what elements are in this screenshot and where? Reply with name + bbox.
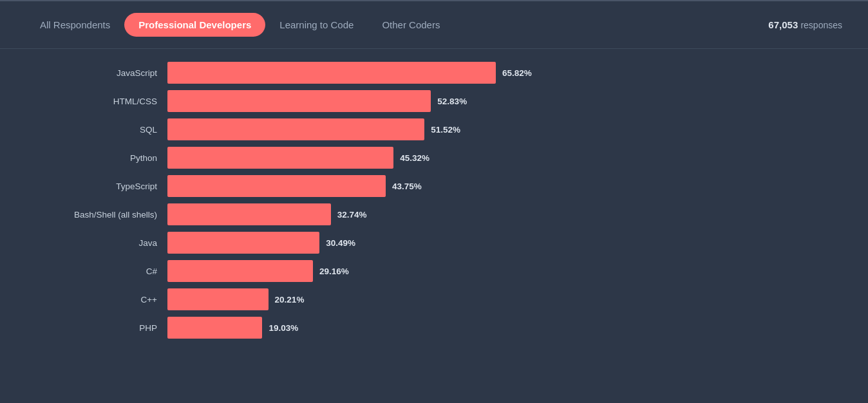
bar-label: TypeScript [26,182,167,191]
bar-value: 52.83% [437,97,467,106]
bar-row: C#29.16% [26,260,842,282]
bar-label: C# [26,267,167,276]
bar-track: 45.32% [167,147,747,169]
responses-label: responses [800,20,842,30]
bar-row: JavaScript65.82% [26,62,842,84]
bar-fill [167,232,319,254]
bar-label: PHP [26,323,167,333]
responses-number: 67,053 [768,19,800,30]
tab-professional-developers[interactable]: Professional Developers [124,13,265,37]
bar-value: 19.03% [269,323,298,333]
bar-label: HTML/CSS [26,97,167,106]
bar-fill [167,260,313,282]
bar-track: 29.16% [167,260,747,282]
bar-track: 51.52% [167,118,747,140]
bar-fill [167,118,424,140]
bar-value: 20.21% [275,295,305,305]
bar-fill [167,175,386,197]
chart-container: JavaScript65.82%HTML/CSS52.83%SQL51.52%P… [0,49,868,364]
bar-value: 32.74% [337,210,367,220]
bar-value: 65.82% [502,68,532,78]
bar-fill [167,90,431,112]
bars-container: JavaScript65.82%HTML/CSS52.83%SQL51.52%P… [26,62,842,339]
bar-value: 45.32% [400,153,429,163]
bar-row: Bash/Shell (all shells)32.74% [26,203,842,225]
bar-track: 52.83% [167,90,747,112]
bar-fill [167,147,393,169]
bar-label: C++ [26,295,167,305]
bar-label: SQL [26,125,167,135]
tab-all-respondents[interactable]: All Respondents [26,13,124,37]
bar-track: 30.49% [167,232,747,254]
tabs-container: All RespondentsProfessional DevelopersLe… [26,13,454,37]
header: All RespondentsProfessional DevelopersLe… [0,1,868,49]
bar-track: 65.82% [167,62,747,84]
bar-track: 32.74% [167,203,747,225]
bar-fill [167,62,496,84]
bar-track: 19.03% [167,317,747,339]
bar-value: 29.16% [319,267,349,276]
bar-value: 43.75% [392,182,422,191]
bar-value: 30.49% [326,238,355,248]
bar-label: Java [26,238,167,248]
bar-row: TypeScript43.75% [26,175,842,197]
tab-learning-to-code[interactable]: Learning to Code [265,13,368,37]
bar-track: 43.75% [167,175,747,197]
bar-row: SQL51.52% [26,118,842,140]
bar-row: Java30.49% [26,232,842,254]
bar-track: 20.21% [167,288,747,310]
bar-label: JavaScript [26,68,167,78]
bar-value: 51.52% [431,125,460,135]
bar-fill [167,288,269,310]
bar-fill [167,203,331,225]
bar-row: Python45.32% [26,147,842,169]
bar-fill [167,317,262,339]
bar-row: PHP19.03% [26,317,842,339]
bar-row: HTML/CSS52.83% [26,90,842,112]
bar-label: Bash/Shell (all shells) [26,210,167,220]
bar-row: C++20.21% [26,288,842,310]
bar-label: Python [26,153,167,163]
tab-other-coders[interactable]: Other Coders [368,13,454,37]
responses-count: 67,053 responses [768,19,842,30]
